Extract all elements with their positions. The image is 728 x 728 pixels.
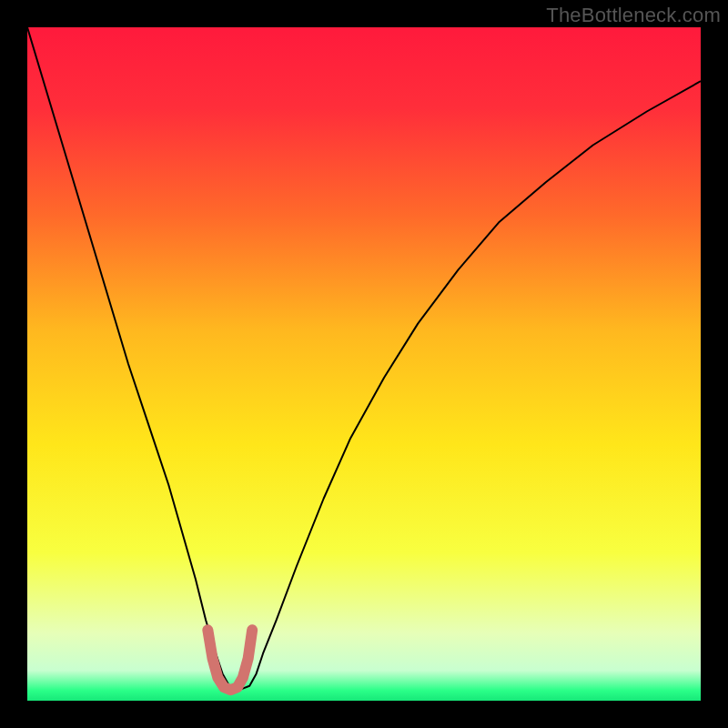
watermark-text: TheBottleneck.com bbox=[546, 4, 721, 27]
chart-frame: TheBottleneck.com bbox=[0, 0, 728, 728]
chart-svg bbox=[27, 27, 701, 701]
plot-area bbox=[27, 27, 701, 701]
